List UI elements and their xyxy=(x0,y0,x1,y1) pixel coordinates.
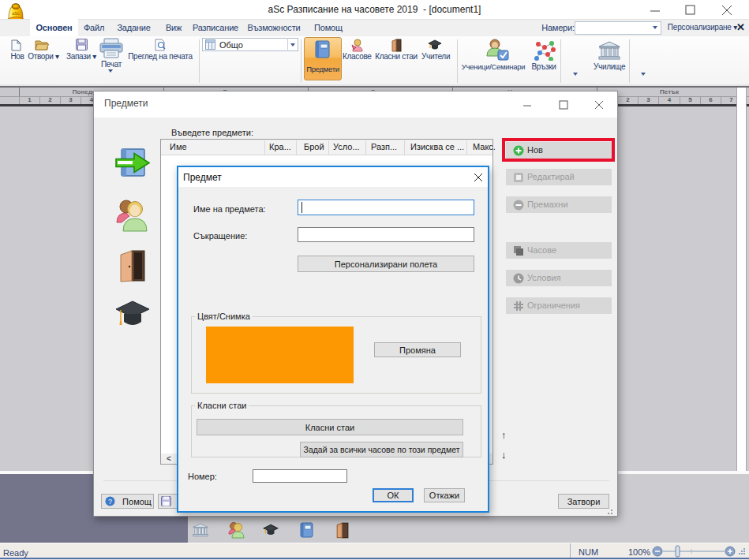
svg-text:?: ? xyxy=(108,498,112,506)
svg-text:aSc: aSc xyxy=(12,11,20,16)
